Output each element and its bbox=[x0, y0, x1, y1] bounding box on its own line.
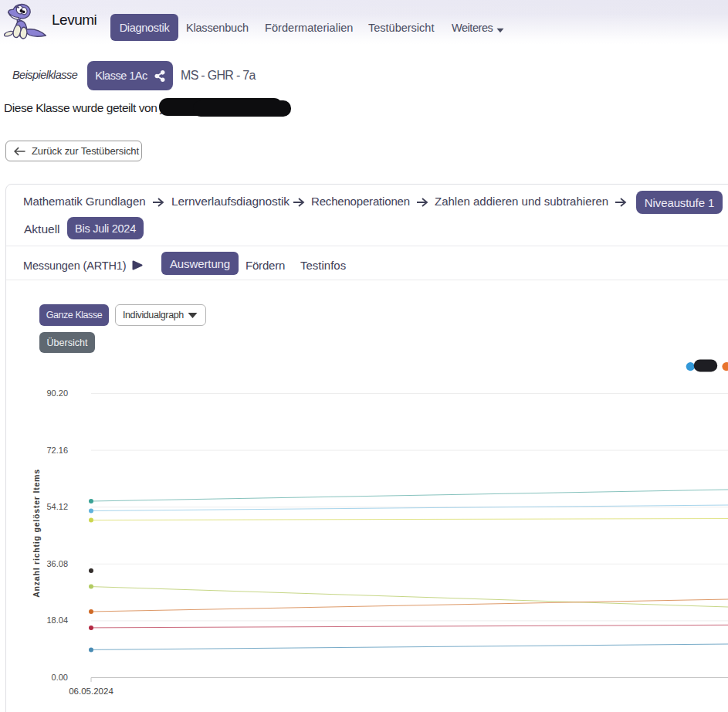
svg-text:36.08: 36.08 bbox=[46, 559, 68, 568]
svg-text:0.00: 0.00 bbox=[52, 673, 68, 682]
svg-text:Anzahl richtig gelöster Items: Anzahl richtig gelöster Items bbox=[32, 469, 41, 598]
svg-text:90.20: 90.20 bbox=[46, 388, 68, 398]
svg-text:54.12: 54.12 bbox=[46, 502, 68, 511]
svg-text:72.16: 72.16 bbox=[46, 446, 68, 455]
svg-text:18.04: 18.04 bbox=[46, 615, 68, 625]
svg-text:06.05.2024: 06.05.2024 bbox=[69, 687, 113, 696]
